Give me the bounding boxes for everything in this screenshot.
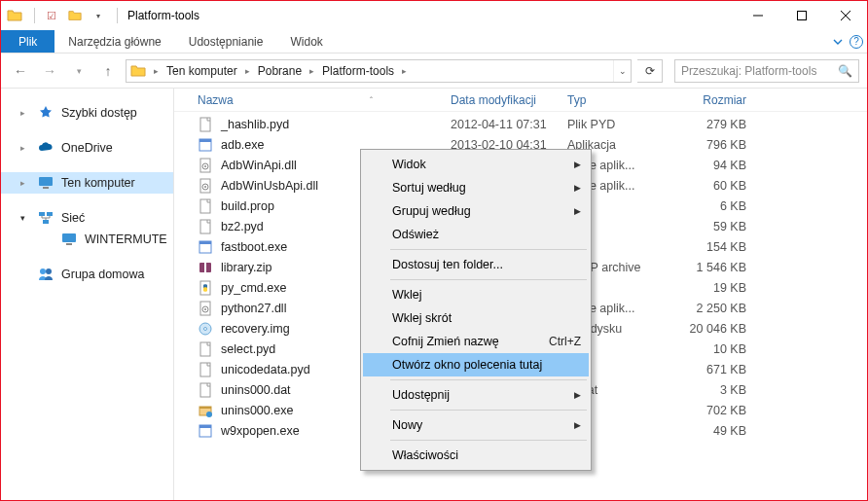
minimize-button[interactable] bbox=[736, 1, 779, 30]
ctx-share[interactable]: Udostępnij▶ bbox=[363, 383, 589, 407]
back-button[interactable]: ← bbox=[9, 59, 32, 83]
refresh-button[interactable]: ⟳ bbox=[637, 59, 663, 83]
ctx-refresh[interactable]: Odśwież bbox=[363, 223, 589, 246]
file-name: python27.dll bbox=[221, 302, 286, 315]
navigation-bar: ← → ▾ ↑ ▸ Ten komputer ▸ Pobrane ▸ Platf… bbox=[1, 54, 867, 89]
svg-rect-31 bbox=[200, 342, 210, 356]
ctx-label: Udostępnij bbox=[392, 388, 450, 402]
svg-rect-20 bbox=[200, 220, 210, 233]
ctx-undo-rename[interactable]: Cofnij Zmień nazwęCtrl+Z bbox=[363, 330, 589, 353]
file-icon bbox=[198, 158, 213, 173]
ctx-label: Otwórz okno polecenia tutaj bbox=[392, 358, 542, 372]
chevron-right-icon[interactable]: ▸ bbox=[398, 66, 411, 76]
folder-icon bbox=[7, 8, 22, 23]
chevron-right-icon[interactable]: ▸ bbox=[150, 66, 163, 76]
forward-button[interactable]: → bbox=[38, 59, 61, 83]
svg-rect-4 bbox=[47, 212, 53, 216]
ctx-label: Wklej bbox=[392, 288, 422, 302]
file-size: 94 KB bbox=[678, 159, 766, 172]
qat-newfolder-icon[interactable] bbox=[64, 5, 86, 26]
context-menu: Widok▶ Sortuj według▶ Grupuj według▶ Odś… bbox=[360, 149, 592, 471]
address-bar[interactable]: ▸ Ten komputer ▸ Pobrane ▸ Platform-tool… bbox=[126, 59, 632, 83]
search-icon[interactable]: 🔍 bbox=[838, 64, 852, 78]
tab-file[interactable]: Plik bbox=[1, 30, 54, 53]
nav-onedrive[interactable]: ▸ OneDrive bbox=[1, 137, 173, 159]
breadcrumb-segment[interactable]: Platform-tools bbox=[318, 64, 398, 78]
column-date[interactable]: Data modyfikacji bbox=[451, 93, 567, 107]
monitor-icon bbox=[38, 175, 54, 191]
tab-share[interactable]: Udostępnianie bbox=[175, 30, 277, 53]
file-size: 19 KB bbox=[678, 281, 766, 295]
sort-indicator-icon: ˆ bbox=[370, 95, 373, 105]
file-icon bbox=[198, 239, 213, 255]
column-name[interactable]: Nazwa ˆ bbox=[198, 93, 451, 107]
ctx-paste[interactable]: Wklej bbox=[363, 283, 589, 306]
file-size: 59 KB bbox=[678, 220, 766, 233]
ctx-label: Nowy bbox=[392, 418, 422, 432]
maximize-button[interactable] bbox=[779, 1, 823, 30]
ctx-open-command-window[interactable]: Otwórz okno polecenia tutaj bbox=[363, 353, 589, 376]
file-row[interactable]: _hashlib.pyd2012-04-11 07:31Plik PYD279 … bbox=[174, 114, 867, 134]
file-name: AdbWinUsbApi.dll bbox=[221, 179, 318, 193]
chevron-right-icon[interactable]: ▸ bbox=[241, 66, 254, 76]
column-size[interactable]: Rozmiar bbox=[678, 93, 766, 107]
qat-properties-icon[interactable]: ☑ bbox=[41, 5, 62, 26]
file-name: AdbWinApi.dll bbox=[221, 159, 297, 172]
ribbon-expand-button[interactable]: ? bbox=[828, 30, 867, 53]
column-type[interactable]: Typ bbox=[567, 93, 678, 107]
qat-dropdown-icon[interactable]: ▾ bbox=[88, 5, 109, 26]
file-name: w9xpopen.exe bbox=[221, 424, 300, 438]
submenu-arrow-icon: ▶ bbox=[574, 160, 581, 169]
ctx-label: Dostosuj ten folder... bbox=[392, 258, 503, 271]
svg-rect-3 bbox=[39, 212, 45, 216]
svg-rect-12 bbox=[199, 139, 211, 142]
collapse-caret-icon[interactable]: ▾ bbox=[20, 213, 30, 223]
nav-quick-access[interactable]: ▸ Szybki dostęp bbox=[1, 102, 173, 124]
tab-home[interactable]: Narzędzia główne bbox=[54, 30, 174, 53]
ctx-paste-shortcut[interactable]: Wklej skrót bbox=[363, 306, 589, 330]
breadcrumb-segment[interactable]: Ten komputer bbox=[163, 64, 241, 78]
chevron-right-icon[interactable]: ▸ bbox=[306, 66, 318, 76]
ctx-groupby[interactable]: Grupuj według▶ bbox=[363, 199, 589, 223]
ctx-new[interactable]: Nowy▶ bbox=[363, 413, 589, 437]
navigation-pane: ▸ Szybki dostęp ▸ OneDrive ▸ Ten kompute… bbox=[1, 89, 174, 500]
expand-caret-icon[interactable]: ▸ bbox=[20, 108, 30, 118]
file-icon bbox=[198, 341, 213, 357]
address-history-dropdown[interactable]: ⌄ bbox=[613, 60, 631, 82]
help-icon[interactable]: ? bbox=[850, 35, 863, 49]
separator bbox=[34, 8, 35, 23]
ctx-sortby[interactable]: Sortuj według▶ bbox=[363, 176, 589, 199]
svg-rect-2 bbox=[43, 187, 49, 189]
ctx-label: Widok bbox=[392, 158, 426, 171]
breadcrumb-segment[interactable]: Pobrane bbox=[254, 64, 306, 78]
search-placeholder: Przeszukaj: Platform-tools bbox=[681, 64, 816, 78]
expand-caret-icon[interactable]: ▸ bbox=[20, 178, 30, 188]
svg-rect-38 bbox=[199, 425, 211, 428]
nav-network-computer[interactable]: ▸ WINTERMUTE bbox=[1, 229, 173, 250]
tab-view[interactable]: Widok bbox=[276, 30, 336, 53]
ctx-view[interactable]: Widok▶ bbox=[363, 153, 589, 176]
svg-rect-35 bbox=[199, 407, 211, 409]
nav-this-pc[interactable]: ▸ Ten komputer bbox=[1, 172, 173, 194]
svg-rect-7 bbox=[66, 243, 72, 245]
recent-dropdown[interactable]: ▾ bbox=[67, 59, 90, 83]
nav-network[interactable]: ▾ Sieć bbox=[1, 207, 173, 229]
file-name: py_cmd.exe bbox=[221, 281, 286, 295]
close-button[interactable] bbox=[823, 1, 867, 30]
expand-caret-icon[interactable]: ▸ bbox=[20, 143, 30, 153]
search-input[interactable]: Przeszukaj: Platform-tools 🔍 bbox=[674, 59, 859, 83]
ctx-properties[interactable]: Właściwości bbox=[363, 444, 589, 467]
file-name: build.prop bbox=[221, 199, 274, 213]
svg-rect-0 bbox=[797, 12, 806, 20]
file-size: 49 KB bbox=[678, 424, 766, 438]
svg-point-15 bbox=[204, 165, 206, 167]
nav-homegroup[interactable]: ▸ Grupa domowa bbox=[1, 264, 173, 285]
svg-point-36 bbox=[206, 412, 212, 417]
ctx-customize[interactable]: Dostosuj ten folder... bbox=[363, 253, 589, 276]
file-icon bbox=[198, 137, 213, 153]
up-button[interactable]: ↑ bbox=[96, 59, 120, 83]
svg-rect-10 bbox=[200, 118, 210, 131]
separator bbox=[117, 8, 118, 23]
ctx-label: Cofnij Zmień nazwę bbox=[392, 335, 499, 348]
file-name: select.pyd bbox=[221, 342, 275, 356]
